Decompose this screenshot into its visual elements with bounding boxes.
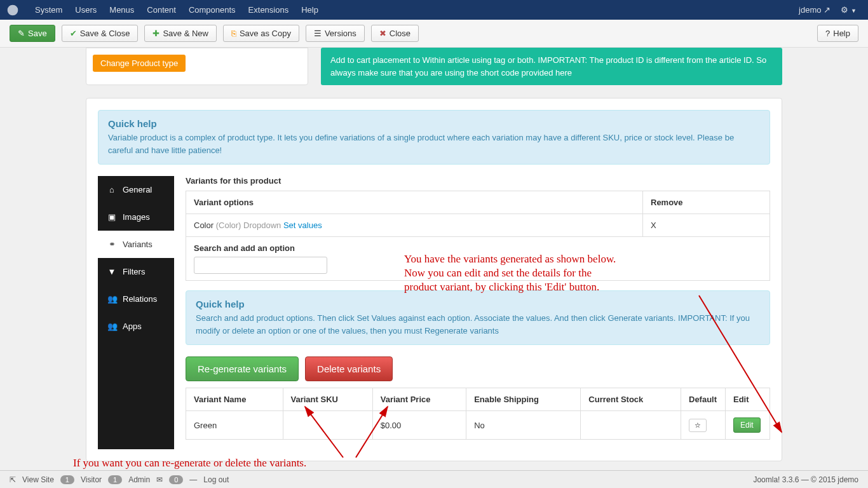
th-variant-name: Variant Name (186, 388, 283, 411)
apps-icon: 👥 (107, 322, 116, 331)
annotation-text-top: You have the variants generated as shown… (404, 252, 616, 294)
users-icon: 👥 (107, 294, 116, 304)
nav-components[interactable]: Components (182, 5, 242, 15)
variant-price-cell: $0.00 (372, 411, 466, 440)
cancel-icon: ✖ (379, 29, 386, 38)
option-name: Color (194, 220, 214, 230)
quick-help-title: Quick help (108, 118, 760, 129)
sitemap-icon: ⚭ (107, 240, 116, 249)
variant-row: Green $0.00 No ☆ Edit (186, 411, 770, 440)
quick-help-box-1: Quick help Variable product is a complex… (98, 110, 770, 165)
set-default-button[interactable]: ☆ (689, 419, 707, 432)
sidebar-item-filters[interactable]: ▼ Filters (98, 258, 174, 285)
svg-point-0 (8, 4, 18, 15)
action-toolbar: ✎ Save ✔ Save & Close ✚ Save & New ⎘ Sav… (0, 20, 868, 48)
nav-extensions[interactable]: Extensions (242, 5, 295, 15)
apply-icon: ✎ (18, 29, 25, 38)
sidebar-item-images[interactable]: ▣ Images (98, 203, 174, 231)
variant-shipping-cell: No (466, 411, 581, 440)
nav-help[interactable]: Help (295, 5, 325, 15)
th-enable-shipping: Enable Shipping (466, 388, 581, 411)
save-button[interactable]: ✎ Save (10, 25, 55, 42)
gear-icon: ⚙ (841, 5, 848, 15)
tab-sidebar: ⌂ General ▣ Images ⚭ Variants ▼ Filters (98, 176, 174, 449)
remove-option-x[interactable]: X (651, 220, 656, 230)
edit-variant-button[interactable]: Edit (733, 417, 761, 433)
variant-stock-cell (581, 411, 681, 440)
change-product-type-button[interactable]: Change Product type (93, 55, 186, 72)
th-variant-options: Variant options (186, 191, 643, 214)
stack-icon: ☰ (314, 29, 322, 38)
variants-main: Variants for this product Variant option… (186, 176, 770, 449)
quick-help-text-2: Search and add product options. Then cli… (196, 312, 760, 337)
variants-list-table: Variant Name Variant SKU Variant Price E… (186, 388, 770, 440)
status-bar: ⇱ View Site 1 Visitor 1 Admin ✉ 0 — Log … (0, 470, 868, 474)
sidebar-item-relations[interactable]: 👥 Relations (98, 285, 174, 313)
user-name: jdemo (799, 5, 821, 15)
save-new-button[interactable]: ✚ Save & New (144, 25, 217, 42)
quick-help-title-2: Quick help (196, 299, 760, 309)
info-callout: Add to cart placement to Within article … (321, 48, 782, 85)
save-copy-button[interactable]: ⎘ Save as Copy (223, 25, 299, 42)
home-icon: ⌂ (107, 185, 116, 194)
search-option-input[interactable] (194, 257, 327, 274)
top-navbar: System Users Menus Content Components Ex… (0, 0, 868, 20)
option-subname: (Color) (216, 220, 241, 230)
sidebar-item-apps[interactable]: 👥 Apps (98, 313, 174, 340)
copy-icon: ⎘ (231, 29, 236, 38)
option-type: Dropdown (243, 220, 281, 230)
th-default: Default (681, 388, 726, 411)
save-close-button[interactable]: ✔ Save & Close (62, 25, 139, 42)
search-option-label: Search and add an option (194, 243, 762, 253)
nav-content[interactable]: Content (140, 5, 182, 15)
set-values-link[interactable]: Set values (283, 220, 322, 230)
content-area: Change Product type Add to cart placemen… (0, 48, 868, 474)
check-icon: ✔ (70, 29, 77, 38)
nav-users[interactable]: Users (69, 5, 103, 15)
plus-icon: ✚ (153, 29, 159, 38)
th-edit: Edit (726, 388, 770, 411)
caret-down-icon: ▼ (851, 8, 857, 14)
th-remove: Remove (643, 191, 770, 214)
image-icon: ▣ (107, 212, 116, 222)
star-icon: ☆ (695, 421, 701, 429)
th-current-stock: Current Stock (581, 388, 681, 411)
nav-system[interactable]: System (29, 5, 69, 15)
user-link[interactable]: jdemo ↗ (794, 5, 836, 15)
sidebar-item-variants[interactable]: ⚭ Variants (98, 231, 174, 258)
regenerate-variants-button[interactable]: Re-generate variants (186, 356, 299, 381)
joomla-logo-icon (6, 4, 19, 17)
settings-dropdown[interactable]: ⚙ ▼ (836, 5, 862, 15)
versions-button[interactable]: ☰ Versions (306, 25, 365, 42)
option-row: Color (Color) Dropdown Set values X (186, 214, 770, 237)
external-link-icon: ↗ (824, 5, 831, 15)
th-variant-price: Variant Price (372, 388, 466, 411)
filter-icon: ▼ (107, 267, 116, 276)
nav-menus[interactable]: Menus (103, 5, 140, 15)
variants-section-title: Variants for this product (186, 176, 770, 186)
close-button[interactable]: ✖ Close (371, 25, 419, 42)
variant-name-cell: Green (186, 411, 283, 440)
annotation-text-bottom: If you want you can re-generate or delet… (73, 456, 306, 470)
delete-variants-button[interactable]: Delete variants (305, 356, 393, 381)
help-button[interactable]: ? Help (817, 25, 858, 42)
question-icon: ? (825, 29, 830, 38)
sidebar-item-general[interactable]: ⌂ General (98, 176, 174, 203)
variant-sku-cell (283, 411, 372, 440)
quick-help-box-2: Quick help Search and add product option… (186, 290, 770, 345)
th-variant-sku: Variant SKU (283, 388, 372, 411)
quick-help-text: Variable product is a complex of product… (108, 132, 760, 156)
